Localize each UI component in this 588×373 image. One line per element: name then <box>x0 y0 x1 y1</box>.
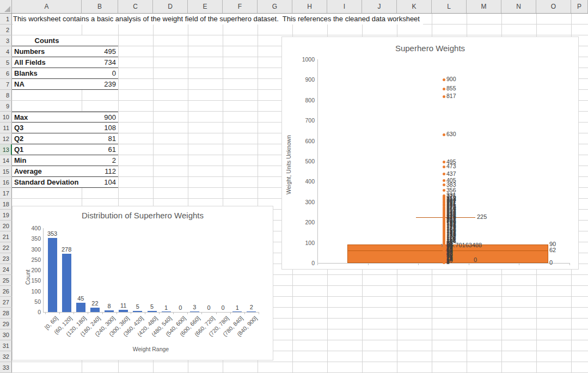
bar[interactable] <box>247 311 256 312</box>
row-header-21[interactable]: 21 <box>0 231 12 242</box>
row-header-2[interactable]: 2 <box>0 25 12 35</box>
column-header-J[interactable]: J <box>362 0 397 13</box>
bar[interactable] <box>162 311 171 312</box>
table-row-label[interactable]: Q2 <box>14 133 23 144</box>
row-header-10[interactable]: 10 <box>0 112 12 123</box>
table-row-value[interactable]: 734 <box>82 57 116 68</box>
row-header-20[interactable]: 20 <box>0 221 12 231</box>
boxplot-chart[interactable]: Superhero Weights Weight, Units Unknown … <box>281 36 579 270</box>
data-point[interactable] <box>443 261 445 264</box>
row-header-13[interactable]: 13 <box>0 144 12 155</box>
table-row-label[interactable]: Min <box>14 155 26 166</box>
table-row-label[interactable]: Average <box>14 166 42 177</box>
bar[interactable] <box>76 303 85 312</box>
data-point[interactable] <box>443 78 445 81</box>
table-row-value[interactable]: 81 <box>82 133 116 144</box>
row-header-25[interactable]: 25 <box>0 275 12 286</box>
table-row-label[interactable]: Q3 <box>14 123 23 133</box>
table-row-label[interactable]: Max <box>14 112 28 123</box>
select-all-button[interactable] <box>0 0 12 13</box>
histogram-chart[interactable]: Distribution of Superhero Weights Count … <box>12 206 273 360</box>
row-header-6[interactable]: 6 <box>0 68 12 79</box>
row-header-9[interactable]: 9 <box>0 101 12 112</box>
column-header-D[interactable]: D <box>153 0 188 13</box>
row-header-28[interactable]: 28 <box>0 308 12 319</box>
bar[interactable] <box>90 308 100 312</box>
column-header-O[interactable]: O <box>536 0 571 13</box>
column-header-N[interactable]: N <box>501 0 536 13</box>
data-point[interactable] <box>443 88 445 90</box>
data-point[interactable] <box>443 161 445 163</box>
row-header-24[interactable]: 24 <box>0 264 12 275</box>
bar[interactable] <box>190 311 199 312</box>
row-header-22[interactable]: 22 <box>0 242 12 253</box>
table-row-value[interactable]: 104 <box>82 177 116 188</box>
table-row-label[interactable]: Numbers <box>14 46 45 57</box>
bar[interactable] <box>105 310 114 312</box>
bar[interactable] <box>62 254 71 312</box>
column-header-G[interactable]: G <box>258 0 292 13</box>
row-header-33[interactable]: 33 <box>0 362 12 373</box>
table-row-label[interactable]: Counts <box>12 35 82 46</box>
bar[interactable] <box>48 238 57 312</box>
row-header-15[interactable]: 15 <box>0 166 12 177</box>
row-header-16[interactable]: 16 <box>0 177 12 188</box>
table-row-value[interactable]: 61 <box>82 144 116 155</box>
data-point[interactable] <box>443 173 445 175</box>
column-header-M[interactable]: M <box>467 0 501 13</box>
row-header-7[interactable]: 7 <box>0 79 12 90</box>
bar[interactable] <box>133 311 142 312</box>
column-header-K[interactable]: K <box>397 0 432 13</box>
column-header-B[interactable]: B <box>82 0 118 13</box>
bar[interactable] <box>148 311 157 312</box>
bar[interactable] <box>232 311 242 312</box>
row-header-27[interactable]: 27 <box>0 297 12 308</box>
table-row-value[interactable]: 112 <box>82 166 116 177</box>
data-point[interactable] <box>443 179 445 182</box>
row-header-8[interactable]: 8 <box>0 90 12 101</box>
row-header-23[interactable]: 23 <box>0 253 12 264</box>
column-header-E[interactable]: E <box>188 0 223 13</box>
table-row-value[interactable]: 239 <box>82 79 116 90</box>
table-row-label[interactable]: All Fields <box>14 57 46 68</box>
row-header-26[interactable]: 26 <box>0 286 12 297</box>
row-header-4[interactable]: 4 <box>0 46 12 57</box>
bar[interactable] <box>119 310 128 312</box>
row-header-32[interactable]: 32 <box>0 351 12 362</box>
row-header-17[interactable]: 17 <box>0 188 12 199</box>
column-header-P[interactable]: P <box>571 0 588 13</box>
cell-grid[interactable]: This worksheet contains a basic analysis… <box>12 14 588 373</box>
data-point[interactable] <box>443 95 445 98</box>
row-header-19[interactable]: 19 <box>0 210 12 221</box>
data-point[interactable] <box>443 133 445 136</box>
table-row-label[interactable]: NA <box>14 79 24 90</box>
row-header-5[interactable]: 5 <box>0 57 12 68</box>
table-row-value[interactable]: 108 <box>82 123 116 133</box>
table-row-value[interactable]: 495 <box>82 46 116 57</box>
data-point[interactable] <box>443 189 445 192</box>
row-header-1[interactable]: 1 <box>0 14 12 25</box>
row-header-18[interactable]: 18 <box>0 199 12 210</box>
data-point[interactable] <box>443 166 445 168</box>
row-header-11[interactable]: 11 <box>0 123 12 133</box>
row-header-12[interactable]: 12 <box>0 133 12 144</box>
table-row-label[interactable]: Standard Deviation <box>14 177 78 188</box>
column-header-I[interactable]: I <box>327 0 362 13</box>
row-header-14[interactable]: 14 <box>0 155 12 166</box>
table-row-label[interactable]: Q1 <box>14 144 23 155</box>
table-row-value[interactable]: 0 <box>82 68 116 79</box>
column-header-F[interactable]: F <box>223 0 258 13</box>
row-header-30[interactable]: 30 <box>0 329 12 340</box>
table-row-value[interactable]: 2 <box>82 155 116 166</box>
column-header-C[interactable]: C <box>118 0 153 13</box>
data-point[interactable] <box>443 184 445 186</box>
column-header-L[interactable]: L <box>432 0 467 13</box>
column-header-A[interactable]: A <box>12 0 82 13</box>
table-row-value[interactable]: 900 <box>82 112 116 123</box>
column-header-H[interactable]: H <box>292 0 327 13</box>
row-header-29[interactable]: 29 <box>0 319 12 329</box>
row-header-3[interactable]: 3 <box>0 35 12 46</box>
row-header-31[interactable]: 31 <box>0 340 12 351</box>
worksheet-note[interactable]: This worksheet contains a basic analysis… <box>13 14 423 25</box>
table-row-label[interactable]: Blanks <box>14 68 38 79</box>
